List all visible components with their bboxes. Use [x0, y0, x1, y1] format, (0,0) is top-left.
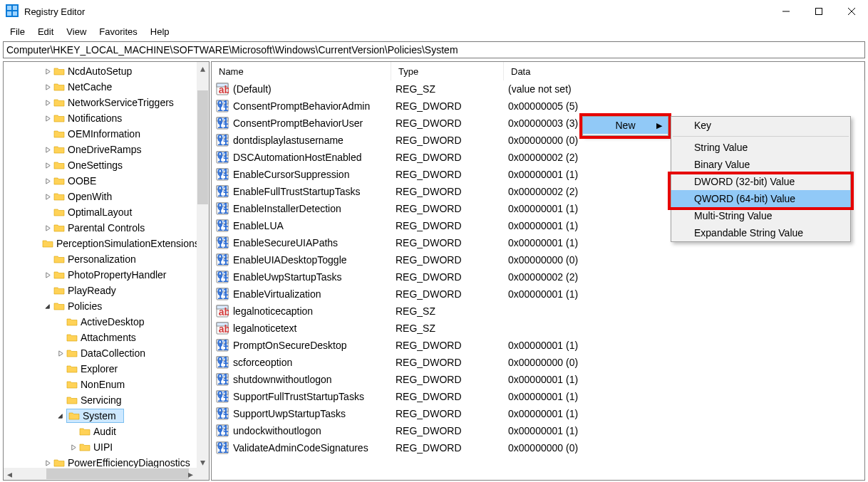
- expand-icon[interactable]: [42, 175, 53, 187]
- list-row[interactable]: ValidateAdminCodeSignaturesREG_DWORD0x00…: [212, 439, 864, 456]
- list-row[interactable]: scforceoptionREG_DWORD0x00000000 (0): [212, 354, 864, 371]
- menu-favorites[interactable]: Favorites: [93, 25, 143, 38]
- tree-item[interactable]: Audit: [4, 424, 197, 439]
- list-row[interactable]: legalnoticecaptionREG_SZ: [212, 303, 864, 320]
- list-row[interactable]: ConsentPromptBehaviorAdminREG_DWORD0x000…: [212, 98, 864, 115]
- scroll-right-icon[interactable]: ▸: [185, 468, 197, 480]
- context-submenu-new[interactable]: KeyString ValueBinary ValueDWORD (32-bit…: [671, 116, 851, 242]
- tree-item[interactable]: UIPI: [4, 439, 197, 455]
- list-row[interactable]: legalnoticetextREG_SZ: [212, 320, 864, 337]
- scroll-thumb[interactable]: [197, 90, 208, 204]
- tree-item[interactable]: PerceptionSimulationExtensions: [4, 236, 197, 251]
- menu-view[interactable]: View: [61, 25, 92, 38]
- context-menu-item[interactable]: Binary Value: [671, 156, 850, 173]
- tree-item[interactable]: Personalization: [4, 251, 197, 267]
- window-title: Registry Editor: [24, 6, 85, 17]
- list-row[interactable]: SupportUwpStartupTasksREG_DWORD0x0000000…: [212, 405, 864, 422]
- expand-icon[interactable]: [42, 144, 53, 155]
- expand-icon[interactable]: [42, 191, 53, 202]
- expand-icon[interactable]: [42, 81, 53, 93]
- expand-icon[interactable]: [42, 269, 53, 281]
- expand-icon[interactable]: [42, 66, 53, 77]
- tree-item[interactable]: Parental Controls: [4, 220, 197, 236]
- menu-help[interactable]: Help: [145, 25, 175, 38]
- close-button[interactable]: [835, 0, 868, 23]
- maximize-button[interactable]: [802, 0, 835, 23]
- folder-icon: [79, 441, 91, 453]
- tree-pane[interactable]: NcdAutoSetupNetCacheNetworkServiceTrigge…: [3, 61, 210, 481]
- column-header-name[interactable]: Name: [212, 62, 391, 80]
- context-menu-item[interactable]: DWORD (32-bit) Value: [671, 173, 850, 190]
- expand-icon[interactable]: [42, 457, 53, 468]
- column-header-type[interactable]: Type: [391, 62, 504, 80]
- menu-edit[interactable]: Edit: [32, 25, 59, 38]
- tree-item[interactable]: ActiveDesktop: [4, 314, 197, 330]
- scroll-left-icon[interactable]: ◂: [4, 468, 16, 480]
- tree-item[interactable]: OpenWith: [4, 189, 197, 204]
- scroll-thumb[interactable]: [46, 468, 189, 479]
- expand-icon[interactable]: [42, 159, 53, 171]
- tree-item[interactable]: System: [4, 408, 197, 424]
- tree-item[interactable]: PlayReady: [4, 283, 197, 298]
- expand-icon[interactable]: [55, 347, 66, 359]
- list-row[interactable]: EnableUwpStartupTasksREG_DWORD0x00000002…: [212, 268, 864, 285]
- tree-horizontal-scrollbar[interactable]: ◂ ▸: [4, 468, 197, 480]
- tree-item[interactable]: NonEnum: [4, 377, 197, 392]
- list-row[interactable]: shutdownwithoutlogonREG_DWORD0x00000001 …: [212, 371, 864, 388]
- tree-item[interactable]: OneSettings: [4, 157, 197, 173]
- list-pane[interactable]: Name Type Data (Default)REG_SZ(value not…: [211, 61, 865, 481]
- value-type: REG_DWORD: [391, 288, 504, 300]
- scroll-up-icon[interactable]: ▴: [197, 62, 209, 74]
- svg-rect-12: [816, 9, 822, 15]
- tree-item-label: UIPI: [93, 441, 118, 453]
- context-menu-item-new[interactable]: New ▶: [583, 117, 668, 134]
- value-data: 0x00000001 (1): [504, 391, 864, 402]
- tree[interactable]: NcdAutoSetupNetCacheNetworkServiceTrigge…: [4, 63, 197, 468]
- folder-icon: [53, 175, 65, 187]
- column-header-data[interactable]: Data: [504, 62, 864, 80]
- minimize-button[interactable]: [770, 0, 802, 23]
- list-row[interactable]: PromptOnSecureDesktopREG_DWORD0x00000001…: [212, 337, 864, 354]
- expand-icon[interactable]: [42, 97, 53, 108]
- tree-item[interactable]: OOBE: [4, 173, 197, 189]
- tree-item[interactable]: Servicing: [4, 392, 197, 408]
- scroll-down-icon[interactable]: ▾: [197, 456, 209, 468]
- list-row[interactable]: undockwithoutlogonREG_DWORD0x00000001 (1…: [212, 422, 864, 439]
- list-row[interactable]: SupportFullTrustStartupTasksREG_DWORD0x0…: [212, 388, 864, 405]
- tree-item[interactable]: Policies: [4, 298, 197, 314]
- menu-file[interactable]: File: [4, 25, 31, 38]
- list-row[interactable]: EnableVirtualizationREG_DWORD0x00000001 …: [212, 285, 864, 303]
- address-bar[interactable]: Computer\HKEY_LOCAL_MACHINE\SOFTWARE\Mic…: [3, 41, 865, 58]
- tree-item[interactable]: NetCache: [4, 79, 197, 95]
- tree-item[interactable]: NcdAutoSetup: [4, 63, 197, 79]
- tree-vertical-scrollbar[interactable]: ▴ ▾: [197, 62, 209, 468]
- context-menu-item[interactable]: Key: [671, 117, 850, 134]
- tree-item[interactable]: OEMInformation: [4, 126, 197, 142]
- tree-item[interactable]: OptimalLayout: [4, 204, 197, 220]
- tree-item-label: PerceptionSimulationExtensions: [56, 238, 197, 249]
- expand-icon[interactable]: [42, 112, 53, 124]
- folder-icon: [53, 457, 65, 468]
- list-row[interactable]: EnableUIADesktopToggleREG_DWORD0x0000000…: [212, 251, 864, 268]
- tree-item[interactable]: NetworkServiceTriggers: [4, 95, 197, 110]
- folder-icon: [53, 97, 65, 108]
- context-menu-item[interactable]: QWORD (64-bit) Value: [671, 190, 850, 207]
- tree-item[interactable]: PhotoPropertyHandler: [4, 267, 197, 283]
- tree-item[interactable]: PowerEfficiencyDiagnostics: [4, 455, 197, 468]
- context-menu-item[interactable]: Multi-String Value: [671, 207, 850, 224]
- context-menu-item[interactable]: String Value: [671, 139, 850, 156]
- folder-icon: [66, 394, 78, 406]
- tree-item[interactable]: Explorer: [4, 361, 197, 377]
- collapse-icon[interactable]: [42, 300, 53, 312]
- tree-item[interactable]: OneDriveRamps: [4, 142, 197, 157]
- folder-icon: [53, 269, 65, 281]
- list-row[interactable]: (Default)REG_SZ(value not set): [212, 80, 864, 98]
- expand-icon[interactable]: [68, 441, 79, 453]
- expand-icon[interactable]: [42, 222, 53, 234]
- context-menu[interactable]: New ▶: [582, 116, 668, 136]
- tree-item[interactable]: Attachments: [4, 330, 197, 345]
- collapse-icon[interactable]: [55, 410, 66, 421]
- tree-item[interactable]: DataCollection: [4, 345, 197, 361]
- tree-item[interactable]: Notifications: [4, 110, 197, 126]
- context-menu-item[interactable]: Expandable String Value: [671, 224, 850, 241]
